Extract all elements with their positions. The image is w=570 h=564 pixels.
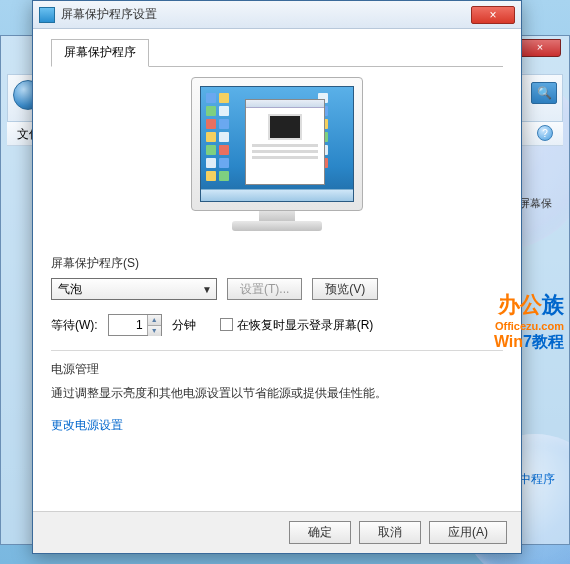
screensaver-settings-dialog: 屏幕保护程序设置 × 屏幕保护程序 [32,0,522,554]
chevron-down-icon: ▼ [202,284,212,295]
background-close-button[interactable]: × [519,39,561,57]
divider [51,350,503,351]
monitor-bezel [191,77,363,211]
wait-spinner[interactable]: ▲ ▼ [108,314,162,336]
settings-button[interactable]: 设置(T)... [227,278,302,300]
cancel-button[interactable]: 取消 [359,521,421,544]
tab-screensaver[interactable]: 屏幕保护程序 [51,39,149,67]
close-button[interactable]: × [471,6,515,24]
background-side-link[interactable]: 中程序 [519,471,555,488]
power-heading: 电源管理 [51,361,503,378]
wait-input[interactable] [109,315,147,335]
wait-label: 等待(W): [51,317,98,334]
spinner-up-icon[interactable]: ▲ [148,315,161,326]
resume-checkbox-label: 在恢复时显示登录屏幕(R) [237,318,374,332]
titlebar: 屏幕保护程序设置 × [33,1,521,29]
dialog-button-row: 确定 取消 应用(A) [33,511,521,553]
screensaver-section-label: 屏幕保护程序(S) [51,255,503,272]
help-icon[interactable]: ? [537,125,553,141]
spinner-down-icon[interactable]: ▼ [148,326,161,336]
app-icon [39,7,55,23]
monitor-screen [200,86,354,202]
background-side-text: 屏幕保 [519,196,559,211]
screensaver-combo[interactable]: 气泡 ▼ [51,278,217,300]
combo-value: 气泡 [58,281,82,298]
preview-button[interactable]: 预览(V) [312,278,378,300]
wait-unit: 分钟 [172,317,196,334]
ok-button[interactable]: 确定 [289,521,351,544]
apply-button[interactable]: 应用(A) [429,521,507,544]
preview-area [51,77,503,231]
background-search-button[interactable]: 🔍 [531,82,557,104]
preview-inner-window [245,99,325,185]
tabstrip: 屏幕保护程序 [51,39,503,67]
power-description: 通过调整显示亮度和其他电源设置以节省能源或提供最佳性能。 [51,384,503,403]
resume-checkbox[interactable] [220,318,233,331]
change-power-settings-link[interactable]: 更改电源设置 [51,417,503,434]
window-title: 屏幕保护程序设置 [61,6,471,23]
